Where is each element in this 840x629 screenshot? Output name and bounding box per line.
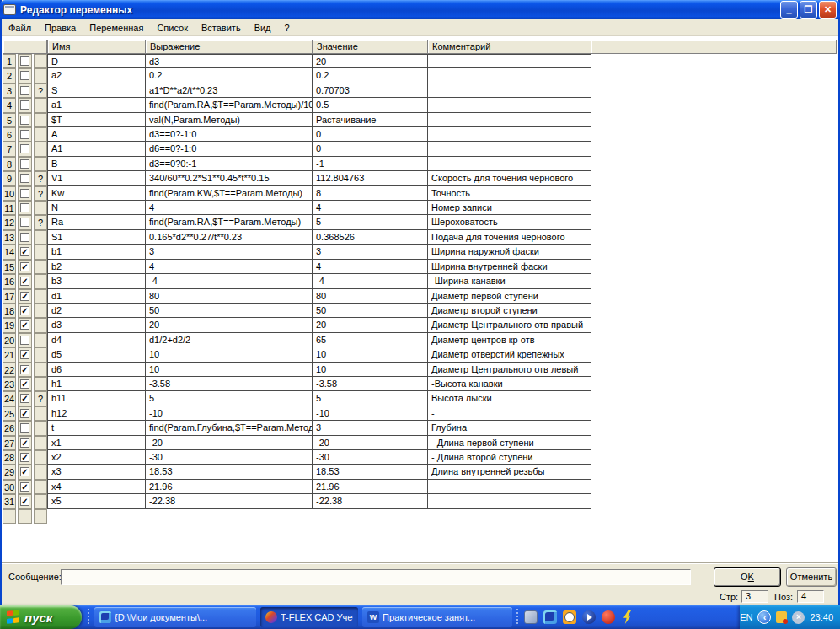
menu-item-view[interactable]: Вид <box>248 21 278 35</box>
cell-expression[interactable]: -3.58 <box>145 377 312 391</box>
cell-comment[interactable] <box>427 480 591 494</box>
cell-value[interactable]: 8 <box>312 186 427 201</box>
external-checkbox[interactable]: ✓ <box>20 438 29 448</box>
cell-value[interactable]: 0.2 <box>312 68 427 83</box>
cell-name[interactable]: h1 <box>47 377 145 391</box>
task-button[interactable]: WПрактическое занят... <box>362 607 512 627</box>
cell-expression[interactable]: d3==0?0:-1 <box>145 157 312 171</box>
cell-value[interactable]: -20 <box>312 436 427 450</box>
cell-name[interactable]: x2 <box>47 450 145 465</box>
cell-value[interactable]: -10 <box>312 406 427 421</box>
cell-comment[interactable]: Диаметр Центрального отв левый <box>427 363 591 377</box>
external-checkbox[interactable] <box>20 144 29 153</box>
cell-value[interactable]: 5 <box>312 391 427 406</box>
cell-comment[interactable]: Глубина <box>427 421 591 435</box>
cell-comment[interactable] <box>427 83 591 98</box>
cell-value[interactable]: 20 <box>312 54 427 68</box>
cell-expression[interactable]: d3==0?-1:0 <box>145 127 312 142</box>
external-checkbox[interactable] <box>20 86 29 95</box>
task-button[interactable]: T-FLEX CAD Учебная... <box>260 607 358 627</box>
cell-comment[interactable]: Диаметр Центрального отв правый <box>427 318 591 332</box>
cell-comment[interactable]: - Длина первой ступени <box>427 436 591 450</box>
cell-expression[interactable]: 0.2 <box>145 68 312 83</box>
cell-comment[interactable]: Диаметр первой ступени <box>427 289 591 304</box>
cell-name[interactable]: d3 <box>47 318 145 332</box>
cell-value[interactable]: -1 <box>312 157 427 171</box>
cell-value[interactable]: 18.53 <box>312 465 427 479</box>
cell-expression[interactable]: find(Param.RA,$T==Param.Методы) <box>145 215 312 229</box>
cell-expression[interactable]: -10 <box>145 406 312 421</box>
clock[interactable]: 23:40 <box>810 612 833 622</box>
cell-comment[interactable] <box>427 157 591 171</box>
collapse-arrow-icon[interactable]: ‹ <box>757 610 771 624</box>
cell-name[interactable]: S1 <box>47 230 145 245</box>
cell-expression[interactable]: 5 <box>145 391 312 406</box>
cell-comment[interactable]: Длина внутренней резьбы <box>427 465 591 479</box>
cell-value[interactable]: -4 <box>312 274 427 288</box>
cell-value[interactable]: 3 <box>312 421 427 435</box>
cell-name[interactable]: x5 <box>47 494 145 508</box>
cell-name[interactable]: A <box>47 127 145 142</box>
cell-expression[interactable]: -20 <box>145 436 312 450</box>
cell-comment[interactable] <box>427 98 591 112</box>
cell-expression[interactable]: -4 <box>145 274 312 288</box>
titlebar[interactable]: Редактор переменных _ ❐ ✕ <box>0 0 840 19</box>
language-indicator[interactable]: EN <box>740 612 752 622</box>
external-checkbox[interactable] <box>20 174 29 183</box>
menu-item-list[interactable]: Список <box>150 21 195 35</box>
external-checkbox[interactable]: ✓ <box>20 262 29 271</box>
external-checkbox[interactable] <box>20 116 29 125</box>
external-checkbox[interactable]: ✓ <box>20 365 29 374</box>
cell-value[interactable]: 20 <box>312 318 427 332</box>
cell-name[interactable]: x1 <box>47 436 145 450</box>
external-checkbox[interactable]: ✓ <box>20 277 29 286</box>
cell-value[interactable]: 0.5 <box>312 98 427 112</box>
cell-expression[interactable]: 4 <box>145 260 312 274</box>
cell-value[interactable]: 4 <box>312 260 427 274</box>
menu-item-variable[interactable]: Переменная <box>83 21 150 35</box>
cell-value[interactable]: -22.38 <box>312 494 427 508</box>
cell-name[interactable]: Kw <box>47 186 145 201</box>
external-checkbox[interactable] <box>20 56 29 66</box>
cell-expression[interactable]: 50 <box>145 304 312 318</box>
cell-comment[interactable]: Скорость для точения чернового <box>427 171 591 185</box>
cell-comment[interactable] <box>427 54 591 68</box>
cell-comment[interactable] <box>427 142 591 156</box>
cell-comment[interactable]: Диаметр второй ступени <box>427 304 591 318</box>
clock-icon[interactable] <box>563 610 576 624</box>
external-checkbox[interactable] <box>20 71 29 80</box>
external-checkbox[interactable]: ✓ <box>20 350 29 359</box>
cell-name[interactable]: $T <box>47 113 145 127</box>
red-circle-icon[interactable] <box>602 610 615 624</box>
menu-item-insert[interactable]: Вставить <box>195 21 248 35</box>
cell-comment[interactable]: - <box>427 406 591 421</box>
cell-name[interactable]: B <box>47 157 145 171</box>
external-checkbox[interactable]: ✓ <box>20 247 29 256</box>
message-field[interactable] <box>61 569 691 585</box>
external-checkbox[interactable]: ✓ <box>20 394 29 403</box>
external-checkbox[interactable]: ✓ <box>20 306 29 315</box>
external-checkbox[interactable] <box>20 100 29 110</box>
blue-panels-icon[interactable] <box>543 610 557 624</box>
cell-name[interactable]: A1 <box>47 142 145 156</box>
close-button[interactable]: ✕ <box>819 1 837 19</box>
cell-name[interactable]: b2 <box>47 260 145 274</box>
cell-value[interactable]: 21.96 <box>312 480 427 494</box>
start-button[interactable]: пуск <box>0 605 82 629</box>
cell-comment[interactable] <box>427 127 591 142</box>
cell-comment[interactable]: Высота лыски <box>427 391 591 406</box>
external-checkbox[interactable]: ✓ <box>20 467 29 476</box>
cell-comment[interactable] <box>427 113 591 127</box>
external-checkbox[interactable]: ✓ <box>20 320 29 330</box>
cell-comment[interactable]: - Длина второй ступени <box>427 450 591 465</box>
cell-value[interactable]: 0 <box>312 127 427 142</box>
header-name[interactable]: Имя <box>47 40 146 54</box>
cell-name[interactable]: a2 <box>47 68 145 83</box>
cell-expression[interactable]: 3 <box>145 245 312 259</box>
ok-button[interactable]: OK <box>714 567 781 587</box>
cell-name[interactable]: S <box>47 83 145 98</box>
external-checkbox[interactable] <box>20 218 29 227</box>
cell-expression[interactable]: d1/2+d2/2 <box>145 333 312 347</box>
cell-expression[interactable]: find(Param.RA,$T==Param.Методы)/10 <box>145 98 312 112</box>
cell-expression[interactable]: d6==0?-1:0 <box>145 142 312 156</box>
